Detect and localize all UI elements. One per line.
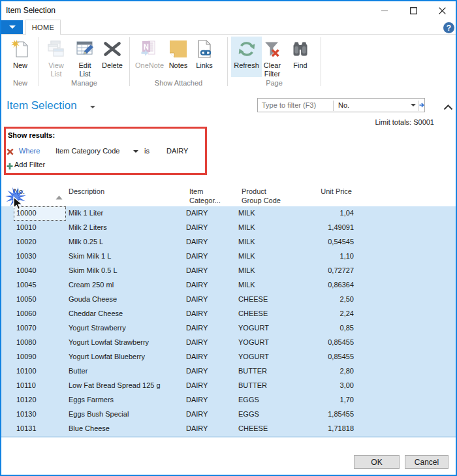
table-row[interactable]: 10030 Skim Milk 1 L DAIRY MILK 1,10 (1, 249, 456, 264)
delete-icon (102, 39, 123, 59)
filter-column-selector[interactable]: No. (338, 101, 349, 109)
group-separator (321, 37, 321, 86)
cell-product-group: CHEESE (238, 295, 268, 303)
notes-button[interactable]: Notes (166, 39, 190, 70)
where-link[interactable]: Where (19, 147, 40, 155)
cell-unit-price: 1,10 (340, 252, 354, 260)
cell-product-group: BUTTER (238, 381, 267, 389)
cell-item-category: DAIRY (186, 266, 208, 274)
cell-description: Milk 0.25 L (69, 238, 103, 246)
column-header-no[interactable]: No. (14, 187, 25, 196)
cell-unit-price: 3,00 (340, 381, 354, 389)
cell-no: 10120 (16, 396, 37, 404)
table-row[interactable]: 10090 Yogurt Lowfat Blueberry DAIRY YOGU… (1, 350, 456, 364)
sort-ascending-icon (55, 191, 63, 202)
cell-product-group: MILK (238, 266, 255, 274)
table-row[interactable]: 10040 Skim Milk 0.5 L DAIRY MILK 0,72727 (1, 264, 456, 278)
title-bar: Item Selection (1, 1, 456, 20)
table-row[interactable]: 10130 Eggs Bush Special DAIRY EGGS 1,854… (1, 407, 456, 422)
ribbon-group-label-show-attached: Show Attached (130, 79, 227, 87)
edit-list-icon (74, 39, 95, 59)
cell-description: Skim Milk 1 L (69, 252, 111, 260)
table-row[interactable]: 10060 Cheddar Cheese DAIRY CHEESE 2,24 (1, 307, 456, 321)
find-button-label: Find (293, 61, 307, 70)
green-plus-icon (7, 163, 13, 170)
cell-item-category: DAIRY (186, 424, 208, 432)
cell-unit-price: 1,70 (340, 396, 354, 404)
table-row[interactable]: 10110 Low Fat Bread Spread 125 g DAIRY B… (1, 379, 456, 393)
filter-field-selector[interactable]: Item Category Code (55, 147, 119, 155)
new-button-label: New (13, 61, 27, 70)
delete-button[interactable]: Delete (98, 39, 127, 70)
cell-item-category: DAIRY (186, 338, 208, 346)
column-header-description[interactable]: Description (69, 187, 104, 196)
cell-no: 10030 (16, 252, 37, 260)
cell-no: 10040 (16, 266, 37, 274)
new-button[interactable]: New (7, 39, 34, 70)
column-header-product-group[interactable]: Product Group Code (242, 187, 281, 205)
cell-product-group: EGGS (238, 410, 259, 418)
add-filter-label[interactable]: Add Filter (14, 161, 45, 168)
collapse-page-button[interactable] (443, 101, 453, 113)
cell-description: Butter (69, 367, 87, 375)
find-icon (290, 39, 311, 59)
table-row[interactable]: 10045 Cream 250 ml DAIRY MILK 0,86364 (1, 278, 456, 293)
refresh-button[interactable]: Refresh (231, 37, 262, 77)
close-button[interactable] (431, 1, 453, 20)
cell-item-category: DAIRY (186, 252, 208, 260)
table-row[interactable]: 10080 Yogurt Lowfat Strawberry DAIRY YOG… (1, 336, 456, 350)
cell-product-group: EGGS (238, 396, 259, 404)
table-row[interactable]: 10020 Milk 0.25 L DAIRY MILK 0,54545 (1, 235, 456, 249)
column-header-item-category[interactable]: Item Categor... (189, 187, 221, 205)
delete-button-label: Delete (102, 61, 123, 70)
notes-button-label: Notes (169, 61, 188, 70)
page-title-caret-icon[interactable] (90, 106, 95, 108)
column-header-unit-price[interactable]: Unit Price (321, 187, 352, 196)
filter-field-caret-icon[interactable] (133, 150, 138, 153)
filter-column-caret-icon[interactable] (411, 104, 416, 106)
table-row[interactable]: 10000 Milk 1 Liter DAIRY MILK 1,04 (1, 206, 456, 221)
cell-no: 10131 (16, 424, 37, 432)
minimize-icon (381, 7, 388, 14)
table-body: 10000 Milk 1 Liter DAIRY MILK 1,04 10010… (1, 206, 456, 436)
cell-item-category: DAIRY (186, 367, 208, 375)
clear-filter-icon (262, 39, 283, 59)
cell-no: 10020 (16, 238, 37, 246)
cell-no: 10045 (16, 281, 37, 289)
remove-filter-button[interactable] (7, 146, 14, 158)
filter-separator (333, 101, 334, 111)
maximize-button[interactable] (402, 1, 424, 20)
table-row[interactable]: 10050 Gouda Cheese DAIRY CHEESE 2,50 (1, 293, 456, 307)
edit-list-button[interactable]: Edit List (71, 39, 99, 78)
tab-home[interactable]: HOME (25, 20, 61, 35)
links-button[interactable]: Links (193, 39, 216, 70)
cell-unit-price: 1,85455 (328, 410, 354, 418)
filter-input[interactable]: Type to filter (F3) (262, 101, 316, 109)
table-row[interactable]: 10070 Yogurt Strawberry DAIRY YOGURT 0,8… (1, 321, 456, 336)
table-row[interactable]: 10100 Butter DAIRY BUTTER 2,80 (1, 364, 456, 379)
add-filter-button[interactable] (7, 161, 13, 172)
find-button[interactable]: Find (289, 39, 311, 70)
chevron-up-icon (443, 104, 453, 110)
ribbon-tab-row: HOME ? (1, 20, 456, 35)
close-icon (439, 7, 446, 14)
clear-filter-button[interactable]: Clear Filter (261, 39, 283, 78)
application-menu-button[interactable] (1, 20, 23, 34)
table-row[interactable]: 10120 Eggs Farmers DAIRY EGGS 1,70 (1, 393, 456, 407)
cell-unit-price: 2,24 (340, 309, 354, 317)
arrow-right-icon (419, 102, 424, 108)
cell-description: Cream 250 ml (69, 281, 114, 289)
cell-description: Eggs Bush Special (69, 410, 129, 418)
edit-list-button-label: Edit List (79, 61, 91, 78)
cell-product-group: YOGURT (238, 338, 269, 346)
filter-value-input[interactable]: DAIRY (166, 147, 188, 155)
cell-product-group: MILK (238, 281, 255, 289)
apply-filter-button[interactable] (419, 99, 424, 112)
ok-button[interactable]: OK (354, 455, 400, 469)
cancel-button[interactable]: Cancel (405, 455, 449, 469)
table-row[interactable]: 10010 Milk 2 Liters DAIRY MILK 1,49091 (1, 221, 456, 235)
ribbon-group-label-new: New (7, 79, 34, 87)
table-row[interactable]: 10131 Blue Cheese DAIRY CHEESE 1,71818 (1, 422, 456, 436)
cell-product-group: BUTTER (238, 367, 267, 375)
help-button[interactable]: ? (443, 22, 454, 33)
